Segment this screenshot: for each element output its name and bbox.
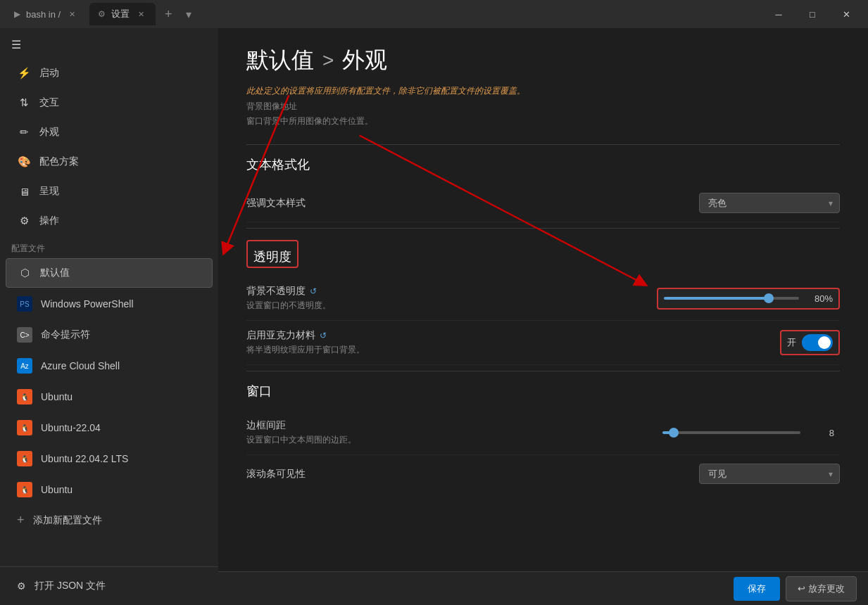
- sidebar-label-appearance: 外观: [39, 126, 59, 139]
- window-controls: ─ □ ✕: [762, 4, 862, 25]
- add-profile-button[interactable]: + 添加新配置文件: [6, 506, 213, 535]
- save-button[interactable]: 保存: [734, 577, 780, 601]
- sidebar-label-interact: 交互: [39, 96, 59, 109]
- sidebar-item-colorscheme[interactable]: 🎨 配色方案: [6, 148, 213, 176]
- tab-settings-close[interactable]: ✕: [135, 8, 147, 20]
- sidebar-item-actions[interactable]: ⚙ 操作: [6, 207, 213, 235]
- ubuntu3-icon: 🐧: [17, 482, 32, 497]
- sidebar-label-powershell: Windows PowerShell: [41, 298, 134, 310]
- bg-opacity-slider-wrapper: 80%: [657, 288, 840, 310]
- launch-icon: ⚡: [17, 66, 31, 80]
- padding-value: 8: [809, 428, 834, 438]
- emphasis-label: 强调文本样式: [246, 197, 657, 210]
- acrylic-toggle-wrapper: 开: [780, 330, 840, 355]
- discard-button[interactable]: ↩ 放弃更改: [786, 576, 857, 601]
- sidebar-label-azure: Azure Cloud Shell: [41, 360, 120, 371]
- padding-desc: 设置窗口中文本周围的边距。: [246, 434, 657, 446]
- bg-opacity-control: 80%: [657, 288, 840, 310]
- sidebar-item-ubuntu3[interactable]: 🐧 Ubuntu: [6, 475, 213, 504]
- breadcrumb-part1: 默认值: [246, 45, 314, 76]
- emphasis-label-col: 强调文本样式: [246, 197, 657, 210]
- add-icon: +: [17, 513, 25, 528]
- powershell-icon: PS: [17, 296, 32, 312]
- section-window: 窗口: [246, 383, 840, 400]
- sidebar-item-ubuntu2204[interactable]: 🐧 Ubuntu-22.04: [6, 413, 213, 442]
- sidebar-label-render: 呈现: [39, 185, 59, 198]
- sidebar-item-interact[interactable]: ⇅ 交互: [6, 89, 213, 117]
- transparency-section-box: 透明度: [246, 240, 298, 268]
- sidebar-label-ubuntu3: Ubuntu: [41, 484, 73, 495]
- padding-slider-wrapper: 8: [657, 424, 840, 442]
- section-transparency: 透明度: [253, 248, 291, 265]
- settings-subtitle: 此处定义的设置将应用到所有配置文件，除非它们被配置文件的设置覆盖。: [246, 84, 840, 97]
- setting-scrollbar: 滚动条可见性 可见: [246, 455, 840, 492]
- scrollbar-dropdown[interactable]: 可见: [699, 464, 840, 484]
- app-body: ☰ ⚡ 启动 ⇅ 交互 ✏ 外观 🎨 配色方案 🖥 呈现 ⚙ 操作 配置文件 ⬡…: [0, 28, 868, 605]
- close-window-button[interactable]: ✕: [830, 4, 862, 25]
- settings-panel: 默认值 > 外观 此处定义的设置将应用到所有配置文件，除非它们被配置文件的设置覆…: [218, 28, 868, 571]
- tab-bash-label: bash in /: [26, 9, 61, 20]
- bash-icon: ▶: [14, 9, 20, 19]
- acrylic-control: 开: [657, 330, 840, 355]
- acrylic-desc: 将半透明纹理应用于窗口背景。: [246, 344, 657, 356]
- sidebar-item-launch[interactable]: ⚡ 启动: [6, 59, 213, 87]
- bottom-bar: 保存 ↩ 放弃更改: [218, 571, 868, 605]
- colorscheme-icon: 🎨: [17, 155, 31, 169]
- hamburger-menu[interactable]: ☰: [0, 31, 218, 58]
- divider-1: [246, 144, 840, 145]
- padding-control: 8: [657, 424, 840, 442]
- breadcrumb-part2: 外观: [342, 45, 387, 76]
- open-json-label: 打开 JSON 文件: [34, 580, 106, 592]
- emphasis-dropdown-wrapper: 亮色: [699, 193, 840, 213]
- new-tab-button[interactable]: +: [158, 4, 178, 24]
- cmd-icon: C>: [17, 327, 32, 343]
- breadcrumb-separator: >: [322, 49, 334, 72]
- sidebar-label-default: 默认值: [40, 267, 70, 279]
- setting-bg-opacity: 背景不透明度 ↺ 设置窗口的不透明度。 80%: [246, 276, 840, 321]
- appearance-icon: ✏: [17, 125, 31, 139]
- divider-2: [246, 228, 840, 229]
- tab-bash-close[interactable]: ✕: [66, 8, 78, 20]
- sidebar-item-render[interactable]: 🖥 呈现: [6, 177, 213, 205]
- maximize-button[interactable]: □: [796, 4, 829, 25]
- json-icon: ⚙: [17, 580, 26, 592]
- tab-bash[interactable]: ▶ bash in / ✕: [6, 3, 87, 25]
- acrylic-reset-icon[interactable]: ↺: [320, 331, 327, 340]
- sidebar-label-actions: 操作: [39, 215, 59, 227]
- minimize-button[interactable]: ─: [762, 4, 795, 25]
- settings-header: 默认值 > 外观: [246, 28, 840, 84]
- sidebar-item-default[interactable]: ⬡ 默认值: [6, 258, 213, 288]
- bg-opacity-label: 背景不透明度 ↺: [246, 285, 657, 298]
- acrylic-label: 启用亚克力材料 ↺: [246, 329, 657, 342]
- main-content-wrapper: 默认值 > 外观 此处定义的设置将应用到所有配置文件，除非它们被配置文件的设置覆…: [218, 28, 868, 605]
- padding-slider[interactable]: [662, 431, 800, 434]
- acrylic-state-label: 开: [787, 336, 796, 349]
- sidebar-label-launch: 启动: [39, 67, 59, 79]
- settings-description: 窗口背景中所用图像的文件位置。: [246, 115, 840, 127]
- sidebar-label-ubuntu22042lts: Ubuntu 22.04.2 LTS: [41, 453, 128, 464]
- sidebar-bottom: ⚙ 打开 JSON 文件: [0, 566, 218, 605]
- discard-label: 放弃更改: [808, 582, 845, 595]
- bg-opacity-slider[interactable]: [664, 297, 799, 300]
- sidebar-item-cmd[interactable]: C> 命令提示符: [6, 320, 213, 350]
- sidebar-item-powershell[interactable]: PS Windows PowerShell: [6, 289, 213, 319]
- scrollbar-dropdown-wrapper: 可见: [699, 464, 840, 484]
- sidebar-label-colorscheme: 配色方案: [39, 155, 79, 168]
- sidebar-item-ubuntu1[interactable]: 🐧 Ubuntu: [6, 382, 213, 412]
- acrylic-label-col: 启用亚克力材料 ↺ 将半透明纹理应用于窗口背景。: [246, 329, 657, 356]
- actions-icon: ⚙: [17, 214, 31, 228]
- acrylic-toggle[interactable]: [802, 334, 833, 351]
- settings-subtitle-sub: 背景图像地址: [246, 100, 840, 113]
- open-json-button[interactable]: ⚙ 打开 JSON 文件: [6, 573, 213, 599]
- section-text-format: 文本格式化: [246, 156, 840, 173]
- tab-dropdown-button[interactable]: ▾: [181, 6, 196, 22]
- bg-opacity-reset-icon[interactable]: ↺: [310, 286, 317, 296]
- sidebar-item-azure[interactable]: Az Azure Cloud Shell: [6, 351, 213, 381]
- sidebar-item-appearance[interactable]: ✏ 外观: [6, 118, 213, 146]
- azure-icon: Az: [17, 358, 32, 374]
- sidebar-item-ubuntu22042lts[interactable]: 🐧 Ubuntu 22.04.2 LTS: [6, 444, 213, 473]
- emphasis-dropdown[interactable]: 亮色: [699, 193, 840, 213]
- tab-settings[interactable]: ⚙ 设置 ✕: [89, 3, 156, 25]
- settings-tab-icon: ⚙: [98, 9, 106, 19]
- divider-3: [246, 371, 840, 371]
